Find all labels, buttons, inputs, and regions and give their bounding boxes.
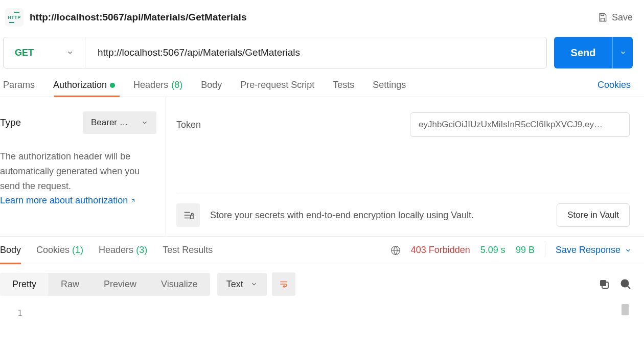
token-input[interactable] xyxy=(410,112,630,137)
save-button[interactable]: Save xyxy=(597,12,633,23)
http-method-value: GET xyxy=(15,48,34,58)
request-title: http://localhost:5067/api/Materials/GetM… xyxy=(30,12,597,23)
store-in-vault-button[interactable]: Store in Vault xyxy=(557,203,630,227)
response-tab-headers-count: (3) xyxy=(136,245,147,255)
view-visualize[interactable]: Visualize xyxy=(149,273,210,296)
tab-tests[interactable]: Tests xyxy=(333,80,354,97)
response-tab-cookies[interactable]: Cookies (1) xyxy=(36,243,83,258)
auth-type-value: Bearer … xyxy=(91,115,128,129)
tab-params[interactable]: Params xyxy=(3,80,35,97)
search-icon[interactable] xyxy=(619,278,632,290)
auth-type-select[interactable]: Bearer … xyxy=(83,111,156,134)
save-response-button[interactable]: Save Response xyxy=(556,245,632,256)
response-view-group: Pretty Raw Preview Visualize xyxy=(0,273,210,296)
response-tab-cookies-count: (1) xyxy=(72,245,83,255)
response-time: 5.09 s xyxy=(480,245,505,256)
response-format-select[interactable]: Text xyxy=(217,273,267,296)
send-label: Send xyxy=(554,47,612,59)
chevron-down-icon xyxy=(250,281,258,288)
vault-text: Store your secrets with end-to-end encry… xyxy=(210,210,546,221)
vault-icon xyxy=(176,203,200,227)
learn-more-link[interactable]: Learn more about authorization xyxy=(0,193,136,208)
response-content[interactable] xyxy=(29,308,644,318)
cookies-link[interactable]: Cookies xyxy=(597,80,641,97)
svg-rect-3 xyxy=(600,280,606,286)
svg-rect-0 xyxy=(191,215,194,219)
chevron-down-icon xyxy=(66,49,74,56)
tab-headers-count: (8) xyxy=(171,80,182,90)
svg-point-4 xyxy=(622,280,629,287)
url-input[interactable] xyxy=(85,37,546,68)
vertical-scrollbar[interactable] xyxy=(622,304,629,315)
tab-headers-label: Headers xyxy=(133,80,168,90)
wrap-lines-button[interactable] xyxy=(272,272,295,296)
line-number: 1 xyxy=(0,308,22,318)
chevron-down-icon xyxy=(619,49,627,56)
http-method-badge: HTTP xyxy=(5,8,24,27)
response-format-value: Text xyxy=(226,279,243,290)
line-number-gutter: 1 xyxy=(0,308,29,318)
response-tab-cookies-label: Cookies xyxy=(36,245,70,255)
learn-more-label: Learn more about authorization xyxy=(0,193,128,208)
auth-type-label: Type xyxy=(0,115,21,130)
tab-prerequest[interactable]: Pre-request Script xyxy=(240,80,314,97)
token-label: Token xyxy=(176,120,201,130)
view-preview[interactable]: Preview xyxy=(91,273,149,296)
response-tab-headers-label: Headers xyxy=(99,245,133,255)
send-dropdown[interactable] xyxy=(612,37,633,68)
tab-authorization[interactable]: Authorization xyxy=(53,80,115,97)
save-response-label: Save Response xyxy=(556,245,620,256)
copy-icon[interactable] xyxy=(598,278,610,290)
response-tab-body[interactable]: Body xyxy=(0,243,21,258)
view-pretty[interactable]: Pretty xyxy=(0,273,49,296)
response-size: 99 B xyxy=(516,245,535,256)
globe-icon[interactable] xyxy=(390,245,401,256)
response-status: 403 Forbidden xyxy=(411,245,470,256)
tab-settings[interactable]: Settings xyxy=(373,80,406,97)
chevron-down-icon xyxy=(625,247,632,254)
view-raw[interactable]: Raw xyxy=(49,273,91,296)
http-method-select[interactable]: GET xyxy=(4,37,85,68)
response-tab-test-results[interactable]: Test Results xyxy=(163,243,213,258)
chevron-down-icon xyxy=(141,119,148,126)
tab-authorization-label: Authorization xyxy=(53,80,107,90)
tab-headers[interactable]: Headers (8) xyxy=(133,80,182,97)
auth-help-text: The authorization header will be automat… xyxy=(0,149,156,193)
authorization-active-dot xyxy=(110,83,115,88)
divider xyxy=(545,244,545,257)
response-tab-headers[interactable]: Headers (3) xyxy=(99,243,147,258)
wrap-icon xyxy=(278,280,289,289)
svg-line-5 xyxy=(628,286,630,289)
tab-body[interactable]: Body xyxy=(201,80,222,97)
send-button[interactable]: Send xyxy=(554,37,633,68)
external-link-icon xyxy=(130,198,136,204)
save-icon xyxy=(597,12,608,22)
save-label: Save xyxy=(612,12,633,23)
